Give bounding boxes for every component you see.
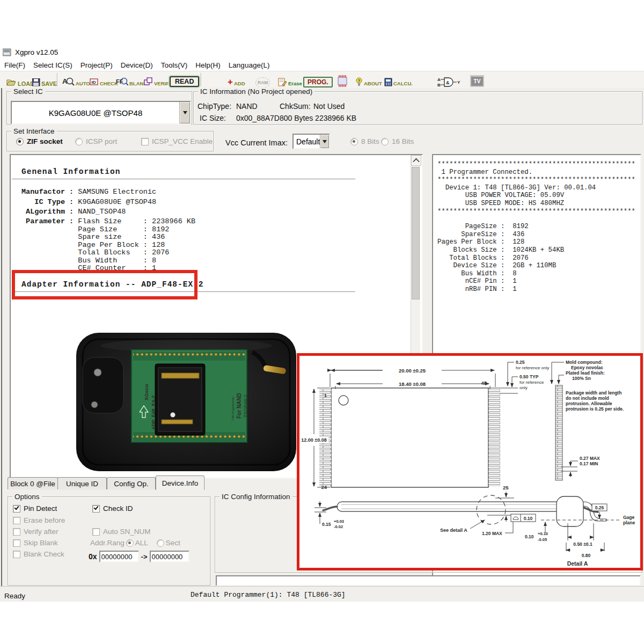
ic-select-combobox[interactable]: K9GAG08U0E @TSOP48 [11,101,191,125]
svg-text:protrusion is 0.25 per side.: protrusion is 0.25 per side. [566,406,624,412]
ic-select-value: K9GAG08U0E @TSOP48 [12,102,179,123]
menu-bar: File(F) Select IC(S) Project(P) Device(D… [0,59,644,71]
menu-device[interactable]: Device(D) [121,61,153,69]
addr-sect-label: Sect [166,539,180,547]
vcc-current-label: Vcc Current Imax: [225,138,288,147]
checkbox-icon [13,551,20,558]
progress-bar [216,575,641,586]
addr-range-label: Addr.Rang [90,539,125,547]
addr-from-input[interactable] [99,551,139,562]
pcb-brand-text: XGecu [143,384,149,400]
load-button[interactable]: LOAD [6,73,34,86]
about-button[interactable]: ? ABOUT [356,73,382,86]
verify-after-checkbox: Verify after [13,528,58,536]
verify-squares-icon [144,77,153,86]
ic-select-dropdown-button[interactable] [179,102,190,123]
svg-text:Gage: Gage [623,515,635,520]
blank-check-checkbox: Blank Check [13,550,64,558]
title-bar: Xgpro v12.05 [0,46,644,58]
svg-text:-0.05: -0.05 [538,537,547,542]
svg-text:Plated lead finish:: Plated lead finish: [566,370,605,376]
menu-project[interactable]: Project(P) [80,61,113,69]
radio-icon [157,539,164,547]
window-title: Xgpro v12.05 [15,48,58,56]
menu-language[interactable]: Language(L) [229,61,270,69]
menu-help[interactable]: Help(H) [195,61,221,69]
zif-socket-radio[interactable]: ZIF socket [16,137,63,145]
pin-detect-checkbox[interactable]: Pin Detect [13,504,57,513]
radio-icon [16,138,24,145]
scrollbar-thumb[interactable] [412,167,420,299]
app-icon [3,48,11,56]
toolbar-separator [201,73,202,86]
svg-text:Detail A: Detail A [567,560,588,567]
svg-text:B: B [437,83,441,87]
erase-button[interactable]: Erase [278,73,302,86]
auto-button[interactable]: A AUTO [62,73,90,86]
chip-button[interactable] [336,74,348,87]
ic-size-value: 0x00_88A7D800 Bytes 2238966 KB [236,114,356,122]
save-button[interactable]: SAVE [32,73,57,86]
side-view-pins [555,385,562,480]
verify-button[interactable]: VERIFY [144,73,172,86]
auto-sn-checkbox: Auto SN_NUM [92,528,151,536]
plus-icon: + [228,78,233,86]
vcc-dropdown-button[interactable] [320,135,329,148]
toolbar: LOAD SAVE A AUTO ID CHECK [0,71,644,89]
svg-text:A: A [437,77,441,82]
scroll-up-button[interactable] [411,155,421,166]
tab-block0-file[interactable]: Block 0 @File [8,477,58,489]
chip-icon [336,75,348,87]
ic-size-label: IC Size: [200,114,226,122]
erase-notepad-icon [278,77,287,86]
tab-device-info[interactable]: Device.Info [156,475,204,490]
auto-magnifier-icon: A [62,77,75,86]
svg-text:Y: Y [457,80,460,85]
checkbox-icon [92,528,100,536]
check-id-checkbox[interactable]: Check ID [92,504,133,513]
svg-text:Mold compound:: Mold compound: [566,360,603,365]
ram-icon: RAM [255,77,270,88]
svg-text:See detail A: See detail A [440,528,467,533]
right-pins [488,389,500,486]
addr-to-input[interactable] [150,551,189,562]
calculator-icon [384,78,392,86]
svg-text:+0.10: +0.10 [538,531,548,536]
svg-text:0.50 TYP: 0.50 TYP [519,374,539,379]
and-gate-icon: A B & Y [437,77,462,87]
check-button[interactable]: ID CHECK [90,73,118,86]
icsp-port-radio: ICSP port [75,137,117,145]
pcb-fornand-text: For NAND [236,393,242,419]
8-bits-radio: 8 Bits [350,137,379,145]
tab-unique-id[interactable]: Unique ID [57,477,107,489]
menu-select-ic[interactable]: Select IC(S) [33,61,72,69]
prog-button[interactable]: PROG. [303,74,333,87]
vcc-current-value: Default [294,135,320,148]
calcu-button[interactable]: CALCU. [384,73,413,86]
status-bar: Ready Default Programmer(1): T48 [TL866-… [0,586,644,602]
chevron-down-icon [183,111,187,114]
package-drawing-box: 1 24 25 48 20.00 ±0.25 18.40 ±0.08 12.00… [297,353,643,570]
tab-config-op[interactable]: Config Op. [107,477,156,489]
status-programmer: Default Programmer(1): T48 [TL866-3G] [191,591,346,599]
add-button[interactable]: + ADD [228,73,245,86]
blank-button[interactable]: FF BLANK [116,73,147,86]
address-range-inputs: 0x -> [89,551,189,562]
chksum-value: Not Used [313,102,345,111]
addr-range-control: Addr.Rang ALL Sect [90,539,180,547]
logic-gate-button[interactable]: A B & Y [437,74,462,87]
menu-file[interactable]: File(F) [4,61,25,69]
open-folder-icon [6,78,17,86]
tv-button[interactable]: TV [470,74,484,87]
read-button[interactable]: READ [170,74,199,87]
erase-before-checkbox: Erase before [13,516,65,524]
icsp-vcc-checkbox: ICSP_VCC Enable [141,137,213,145]
checkbox-icon [92,505,100,513]
vcc-current-combobox[interactable]: Default [292,134,330,149]
set-interface-legend: Set Interface [11,127,57,135]
checkbox-icon [13,517,20,524]
svg-text:0.80: 0.80 [582,553,591,558]
menu-tools[interactable]: Tools(V) [161,61,188,69]
svg-text:0.50 ±0.1: 0.50 ±0.1 [573,541,592,547]
16-bits-radio: 16 Bits [381,137,414,145]
